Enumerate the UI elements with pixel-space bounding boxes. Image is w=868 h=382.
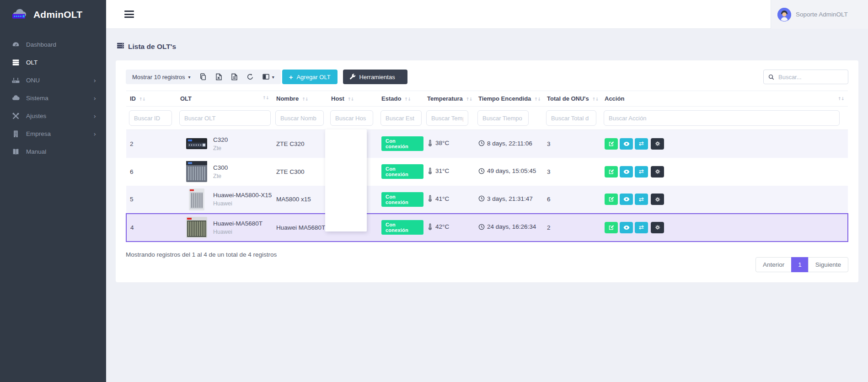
cell-total-onus: 3	[543, 130, 601, 158]
chevron-right-icon: ›	[93, 95, 96, 102]
copy-icon	[199, 73, 207, 81]
filter-host-input[interactable]	[330, 110, 373, 126]
cloud-icon	[11, 94, 20, 102]
user-menu[interactable]: Soporte AdminOLT	[771, 0, 868, 29]
transfer-button[interactable]	[635, 194, 648, 205]
device-icon	[11, 76, 20, 84]
sort-icon: ↑↓	[348, 97, 354, 102]
gauge-icon	[11, 41, 20, 48]
edit-button[interactable]	[605, 138, 618, 150]
filter-id-input[interactable]	[129, 110, 172, 126]
tools-dropdown-button[interactable]: Herramientas ▾	[343, 70, 407, 84]
filter-nombre-input[interactable]	[275, 110, 324, 126]
view-button[interactable]	[620, 138, 633, 150]
transfer-button[interactable]	[635, 222, 648, 233]
column-header-host[interactable]: Host↑↓	[327, 91, 378, 107]
clock-icon	[478, 224, 485, 230]
column-header-id[interactable]: ID↑↓	[126, 91, 177, 107]
pagination-next[interactable]: Siguiente	[808, 257, 848, 272]
copy-button[interactable]	[199, 73, 207, 81]
settings-button[interactable]	[651, 138, 664, 150]
edit-icon	[608, 141, 614, 147]
edit-button[interactable]	[605, 222, 618, 233]
olt-vendor: Zte	[213, 173, 228, 179]
sidebar-item-sistema[interactable]: Sistema ›	[0, 89, 106, 107]
sort-icon: ↑↓	[534, 97, 541, 102]
view-button[interactable]	[620, 222, 633, 233]
sidebar-item-empresa[interactable]: Empresa ›	[0, 125, 106, 143]
search-icon	[768, 74, 774, 81]
table-row-selected[interactable]: 4 Huawei-MA5680T Huawei	[126, 214, 848, 242]
export-file-button[interactable]	[231, 73, 238, 81]
status-badge: Con conexión	[381, 164, 423, 179]
thermometer-icon	[427, 195, 433, 202]
column-header-temperatura[interactable]: Temperatura↑↓	[423, 91, 475, 107]
table-row[interactable]: 2 C320 Zte	[126, 130, 848, 158]
avatar	[777, 8, 791, 22]
sort-icon: ↑↓	[404, 97, 411, 102]
cell-nombre: MA5800 x15	[273, 186, 327, 214]
cell-nombre: ZTE C300	[273, 158, 327, 186]
table-row[interactable]: 6 C300 Zte	[126, 158, 848, 186]
column-header-estado[interactable]: Estado↑↓	[378, 91, 423, 107]
olt-vendor: Huawei	[213, 229, 263, 235]
filter-estado-input[interactable]	[380, 110, 422, 126]
sidebar-item-dashboard[interactable]: Dashboard	[0, 36, 106, 54]
column-header-nombre[interactable]: Nombre↑↓	[273, 91, 327, 107]
pagination-previous[interactable]: Anterior	[755, 257, 792, 272]
cell-temperatura: 41°C	[435, 195, 449, 202]
sort-icon: ↑↓	[838, 96, 844, 101]
sidebar-item-label: ONU	[26, 77, 40, 84]
sidebar-item-manual[interactable]: Manual	[0, 143, 106, 161]
edit-button[interactable]	[605, 166, 618, 178]
thermometer-icon	[427, 140, 433, 147]
view-button[interactable]	[620, 194, 633, 205]
filter-tiempo-input[interactable]	[477, 110, 529, 126]
filter-total-input[interactable]	[546, 110, 596, 126]
sidebar-toggle-button[interactable]	[124, 9, 134, 20]
sidebar-item-onu[interactable]: ONU ›	[0, 71, 106, 89]
settings-button[interactable]	[651, 166, 664, 178]
sort-icon: ↑↓	[263, 95, 269, 100]
clock-icon	[478, 140, 485, 146]
olt-vendor: Zte	[213, 145, 228, 151]
export-excel-button[interactable]	[215, 73, 222, 81]
edit-button[interactable]	[605, 194, 618, 205]
filter-olt-input[interactable]	[179, 110, 271, 126]
column-header-total-onus[interactable]: Total de ONU's↑↓	[543, 91, 601, 107]
transfer-button[interactable]	[635, 166, 648, 178]
building-icon	[11, 130, 20, 138]
settings-button[interactable]	[651, 222, 664, 233]
table-row[interactable]: 5 Huawei-MA5800-X15 Huawei	[126, 186, 848, 214]
sidebar-nav: Dashboard OLT ONU › Sistema › Aj	[0, 36, 106, 161]
sidebar-item-label: OLT	[26, 59, 38, 66]
sort-icon: ↑↓	[139, 97, 145, 102]
wrench-icon	[349, 74, 356, 80]
add-olt-button[interactable]: + Agregar OLT	[282, 70, 338, 84]
page-size-select[interactable]: Mostrar 10 registros ▾	[132, 74, 191, 81]
pagination-page-1[interactable]: 1	[791, 257, 809, 272]
refresh-button[interactable]	[246, 73, 254, 81]
settings-button[interactable]	[651, 194, 664, 205]
olt-device-image	[180, 188, 213, 210]
brand-logo[interactable]: AdminOLT	[0, 0, 106, 29]
filter-temperatura-input[interactable]	[426, 110, 468, 126]
transfer-button[interactable]	[635, 138, 648, 150]
header-row: ID↑↓ OLT↑↓ Nombre↑↓ Host↑↓ Estado↑↓ Temp…	[126, 91, 848, 107]
cell-tiempo: 3 days, 21:31:47	[487, 195, 533, 202]
sidebar-item-label: Empresa	[26, 130, 51, 137]
caret-down-icon: ▾	[272, 75, 274, 80]
column-header-olt[interactable]: OLT↑↓	[177, 91, 273, 107]
plus-icon: +	[289, 73, 293, 81]
sidebar-item-label: Manual	[26, 148, 46, 155]
column-header-tiempo[interactable]: Tiempo Encendida↑↓	[475, 91, 543, 107]
filter-accion-input[interactable]	[604, 110, 840, 126]
column-header-accion[interactable]: Acción↑↓	[601, 91, 848, 107]
columns-visibility-button[interactable]: ▾	[263, 74, 274, 80]
status-badge: Con conexión	[381, 136, 423, 151]
sidebar-item-ajustes[interactable]: Ajustes ›	[0, 107, 106, 125]
view-button[interactable]	[620, 166, 633, 178]
sidebar-item-olt[interactable]: OLT	[0, 54, 106, 71]
search-input[interactable]	[778, 74, 843, 81]
cell-nombre: ZTE C320	[273, 130, 327, 158]
